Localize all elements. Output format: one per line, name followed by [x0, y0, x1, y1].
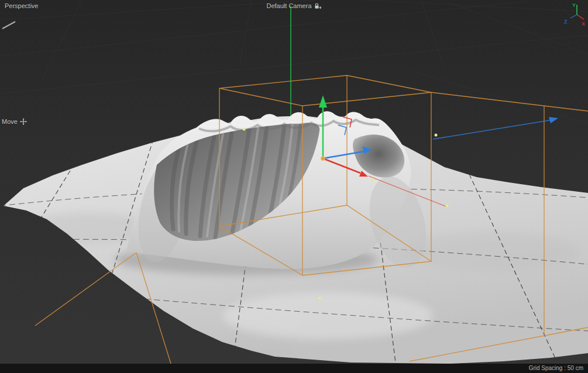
handle-point[interactable]: [446, 205, 449, 208]
view-label-text: Perspective: [5, 2, 38, 9]
gizmo-origin-handle[interactable]: [321, 157, 325, 161]
camera-add-plus-icon: [319, 6, 321, 9]
handle-point[interactable]: [318, 297, 321, 300]
move-tool-icon: [20, 118, 27, 125]
tool-hud-move[interactable]: Move: [2, 118, 27, 125]
axis-hud-x-label: X: [582, 21, 585, 27]
camera-lock-icon[interactable]: [314, 2, 322, 9]
handle-point[interactable]: [435, 134, 438, 137]
handle-point[interactable]: [243, 128, 246, 131]
axis-hud-z-label: Z: [564, 19, 568, 25]
viewport-3d[interactable]: Y X Z Perspective Default Camera Move Gr…: [0, 0, 588, 373]
camera-menu[interactable]: Default Camera: [266, 2, 321, 9]
handle-point[interactable]: [372, 178, 374, 181]
view-menu-label[interactable]: Perspective: [5, 2, 38, 9]
move-label-text: Move: [2, 118, 18, 125]
grid-spacing-label: Grid Spacing : 50 cm: [529, 365, 583, 371]
viewport-canvas[interactable]: Y X Z: [0, 0, 588, 373]
axis-hud-y-label: Y: [572, 2, 576, 8]
status-bar: Grid Spacing : 50 cm: [0, 364, 588, 373]
camera-label-text: Default Camera: [266, 2, 311, 9]
